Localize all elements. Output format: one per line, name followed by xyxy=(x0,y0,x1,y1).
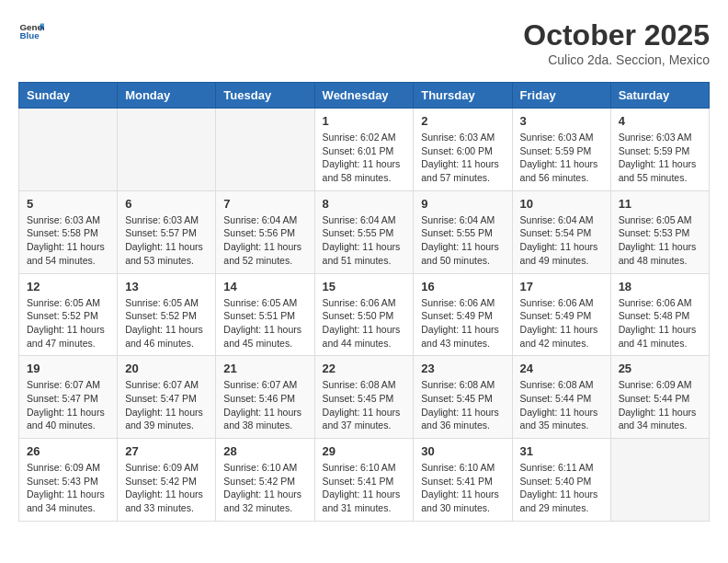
calendar-cell: 28Sunrise: 6:10 AM Sunset: 5:42 PM Dayli… xyxy=(216,439,314,522)
calendar-cell: 19Sunrise: 6:07 AM Sunset: 5:47 PM Dayli… xyxy=(19,356,118,439)
day-number: 28 xyxy=(223,444,306,458)
day-number: 5 xyxy=(27,197,109,211)
day-number: 26 xyxy=(27,444,109,458)
day-info: Sunrise: 6:09 AM Sunset: 5:42 PM Dayligh… xyxy=(125,461,208,515)
day-number: 13 xyxy=(125,280,208,293)
weekday-header-sunday: Sunday xyxy=(19,83,118,109)
day-info: Sunrise: 6:08 AM Sunset: 5:45 PM Dayligh… xyxy=(323,378,406,432)
day-number: 29 xyxy=(323,444,406,458)
day-info: Sunrise: 6:03 AM Sunset: 5:57 PM Dayligh… xyxy=(125,213,208,268)
day-info: Sunrise: 6:06 AM Sunset: 5:49 PM Dayligh… xyxy=(421,296,504,350)
page-header: General Blue October 2025 Culico 2da. Se… xyxy=(18,18,710,67)
calendar-cell: 7Sunrise: 6:04 AM Sunset: 5:56 PM Daylig… xyxy=(216,190,314,273)
calendar-cell: 3Sunrise: 6:03 AM Sunset: 5:59 PM Daylig… xyxy=(512,109,610,191)
calendar-cell: 20Sunrise: 6:07 AM Sunset: 5:47 PM Dayli… xyxy=(118,356,216,439)
day-number: 14 xyxy=(223,280,306,293)
day-info: Sunrise: 6:04 AM Sunset: 5:55 PM Dayligh… xyxy=(421,213,504,268)
calendar-cell: 22Sunrise: 6:08 AM Sunset: 5:45 PM Dayli… xyxy=(314,356,414,439)
calendar-cell: 12Sunrise: 6:05 AM Sunset: 5:52 PM Dayli… xyxy=(19,273,118,356)
calendar-cell: 29Sunrise: 6:10 AM Sunset: 5:41 PM Dayli… xyxy=(314,439,414,522)
day-number: 4 xyxy=(619,114,701,128)
calendar-cell: 25Sunrise: 6:09 AM Sunset: 5:44 PM Dayli… xyxy=(610,356,709,439)
day-info: Sunrise: 6:10 AM Sunset: 5:41 PM Dayligh… xyxy=(421,461,504,515)
weekday-header-friday: Friday xyxy=(512,83,610,109)
calendar-cell: 9Sunrise: 6:04 AM Sunset: 5:55 PM Daylig… xyxy=(414,190,512,273)
calendar-cell: 30Sunrise: 6:10 AM Sunset: 5:41 PM Dayli… xyxy=(414,439,512,522)
calendar-cell: 18Sunrise: 6:06 AM Sunset: 5:48 PM Dayli… xyxy=(610,273,709,356)
day-number: 8 xyxy=(323,197,406,211)
calendar-cell: 31Sunrise: 6:11 AM Sunset: 5:40 PM Dayli… xyxy=(512,439,610,522)
weekday-header-monday: Monday xyxy=(118,83,216,109)
calendar-cell xyxy=(19,109,118,191)
calendar-cell xyxy=(118,109,216,191)
day-number: 21 xyxy=(223,362,306,375)
week-row-5: 26Sunrise: 6:09 AM Sunset: 5:43 PM Dayli… xyxy=(19,439,710,522)
calendar-cell: 24Sunrise: 6:08 AM Sunset: 5:44 PM Dayli… xyxy=(512,356,610,439)
svg-text:Blue: Blue xyxy=(19,30,40,40)
day-number: 10 xyxy=(520,197,603,211)
day-number: 22 xyxy=(323,362,406,375)
day-info: Sunrise: 6:07 AM Sunset: 5:47 PM Dayligh… xyxy=(125,378,208,432)
day-info: Sunrise: 6:07 AM Sunset: 5:47 PM Dayligh… xyxy=(27,378,109,432)
location-title: Culico 2da. Seccion, Mexico xyxy=(523,52,710,67)
week-row-4: 19Sunrise: 6:07 AM Sunset: 5:47 PM Dayli… xyxy=(19,356,710,439)
day-info: Sunrise: 6:08 AM Sunset: 5:44 PM Dayligh… xyxy=(520,378,603,432)
day-number: 2 xyxy=(421,114,504,128)
weekday-header-tuesday: Tuesday xyxy=(216,83,314,109)
calendar-cell: 4Sunrise: 6:03 AM Sunset: 5:59 PM Daylig… xyxy=(610,109,709,191)
calendar-cell: 10Sunrise: 6:04 AM Sunset: 5:54 PM Dayli… xyxy=(512,190,610,273)
calendar-cell: 17Sunrise: 6:06 AM Sunset: 5:49 PM Dayli… xyxy=(512,273,610,356)
calendar-cell: 13Sunrise: 6:05 AM Sunset: 5:52 PM Dayli… xyxy=(118,273,216,356)
day-info: Sunrise: 6:03 AM Sunset: 6:00 PM Dayligh… xyxy=(421,131,504,185)
day-info: Sunrise: 6:03 AM Sunset: 5:58 PM Dayligh… xyxy=(27,213,109,268)
day-number: 23 xyxy=(421,362,504,375)
day-info: Sunrise: 6:07 AM Sunset: 5:46 PM Dayligh… xyxy=(223,378,306,432)
day-info: Sunrise: 6:08 AM Sunset: 5:45 PM Dayligh… xyxy=(421,378,504,432)
week-row-3: 12Sunrise: 6:05 AM Sunset: 5:52 PM Dayli… xyxy=(19,273,710,356)
day-number: 7 xyxy=(223,197,306,211)
day-number: 30 xyxy=(421,444,504,458)
calendar-cell: 5Sunrise: 6:03 AM Sunset: 5:58 PM Daylig… xyxy=(19,190,118,273)
weekday-header-wednesday: Wednesday xyxy=(314,83,414,109)
calendar-cell: 26Sunrise: 6:09 AM Sunset: 5:43 PM Dayli… xyxy=(19,439,118,522)
day-info: Sunrise: 6:09 AM Sunset: 5:43 PM Dayligh… xyxy=(27,461,109,515)
day-number: 3 xyxy=(520,114,603,128)
weekday-header-thursday: Thursday xyxy=(414,83,512,109)
day-number: 11 xyxy=(619,197,701,211)
day-number: 31 xyxy=(520,444,603,458)
weekday-header-saturday: Saturday xyxy=(610,83,709,109)
day-info: Sunrise: 6:03 AM Sunset: 5:59 PM Dayligh… xyxy=(520,131,603,185)
day-number: 19 xyxy=(27,362,109,375)
calendar-cell xyxy=(216,109,314,191)
day-number: 12 xyxy=(27,280,109,293)
day-info: Sunrise: 6:02 AM Sunset: 6:01 PM Dayligh… xyxy=(323,131,406,185)
day-info: Sunrise: 6:04 AM Sunset: 5:56 PM Dayligh… xyxy=(223,213,306,268)
day-info: Sunrise: 6:05 AM Sunset: 5:51 PM Dayligh… xyxy=(223,296,306,350)
day-number: 20 xyxy=(125,362,208,375)
day-info: Sunrise: 6:06 AM Sunset: 5:49 PM Dayligh… xyxy=(520,296,603,350)
logo-icon: General Blue xyxy=(18,18,44,44)
day-info: Sunrise: 6:05 AM Sunset: 5:52 PM Dayligh… xyxy=(125,296,208,350)
calendar-cell xyxy=(610,439,709,522)
day-number: 1 xyxy=(323,114,406,128)
day-info: Sunrise: 6:04 AM Sunset: 5:55 PM Dayligh… xyxy=(323,213,406,268)
day-number: 6 xyxy=(125,197,208,211)
day-number: 17 xyxy=(520,280,603,293)
day-info: Sunrise: 6:03 AM Sunset: 5:59 PM Dayligh… xyxy=(619,131,701,185)
day-info: Sunrise: 6:11 AM Sunset: 5:40 PM Dayligh… xyxy=(520,461,603,515)
day-info: Sunrise: 6:10 AM Sunset: 5:41 PM Dayligh… xyxy=(323,461,406,515)
calendar-table: SundayMondayTuesdayWednesdayThursdayFrid… xyxy=(18,82,710,522)
day-info: Sunrise: 6:06 AM Sunset: 5:50 PM Dayligh… xyxy=(323,296,406,350)
calendar-cell: 14Sunrise: 6:05 AM Sunset: 5:51 PM Dayli… xyxy=(216,273,314,356)
month-title: October 2025 xyxy=(523,18,710,52)
week-row-1: 1Sunrise: 6:02 AM Sunset: 6:01 PM Daylig… xyxy=(19,109,710,191)
weekday-header-row: SundayMondayTuesdayWednesdayThursdayFrid… xyxy=(19,83,710,109)
calendar-cell: 27Sunrise: 6:09 AM Sunset: 5:42 PM Dayli… xyxy=(118,439,216,522)
calendar-cell: 6Sunrise: 6:03 AM Sunset: 5:57 PM Daylig… xyxy=(118,190,216,273)
day-info: Sunrise: 6:09 AM Sunset: 5:44 PM Dayligh… xyxy=(619,378,701,432)
calendar-cell: 2Sunrise: 6:03 AM Sunset: 6:00 PM Daylig… xyxy=(414,109,512,191)
day-info: Sunrise: 6:06 AM Sunset: 5:48 PM Dayligh… xyxy=(619,296,701,350)
calendar-cell: 23Sunrise: 6:08 AM Sunset: 5:45 PM Dayli… xyxy=(414,356,512,439)
day-info: Sunrise: 6:05 AM Sunset: 5:53 PM Dayligh… xyxy=(619,213,701,268)
day-number: 18 xyxy=(619,280,701,293)
